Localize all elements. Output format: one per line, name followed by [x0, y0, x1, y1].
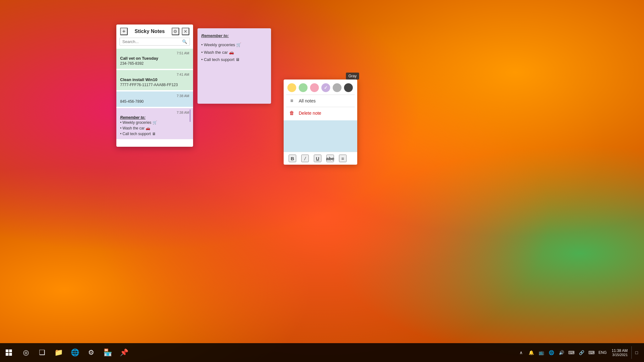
show-hidden-icons-button[interactable]: ∧: [517, 346, 525, 359]
open-note-content: Remember to: • Weekly groceries 🛒 • Wash…: [201, 32, 267, 63]
edge-button[interactable]: 🌐: [67, 343, 83, 362]
gray-tooltip: Gray: [346, 73, 359, 80]
keyboard-icon[interactable]: ⌨: [567, 346, 576, 359]
show-desktop-button[interactable]: □: [631, 346, 640, 359]
color-swatch-green[interactable]: [299, 83, 308, 92]
color-swatch-dark[interactable]: [344, 83, 353, 92]
underline-button[interactable]: U: [314, 155, 321, 162]
sticky-notes-panel: + Sticky Notes ⚙ ✕ 🔍 7:51 AM Call vet on…: [116, 25, 193, 147]
delete-icon: 🗑: [289, 110, 295, 116]
search-box[interactable]: 🔍: [119, 38, 190, 46]
note-time-4: 7:38 AM: [120, 111, 189, 114]
all-notes-icon: ≡: [289, 98, 295, 104]
settings-button[interactable]: ⚙: [172, 28, 179, 35]
delete-note-label: Delete note: [299, 111, 321, 116]
note-title-1: Call vet on Tuesday: [120, 56, 189, 61]
panel-header: + Sticky Notes ⚙ ✕: [116, 25, 193, 38]
close-panel-button[interactable]: ✕: [182, 28, 189, 35]
open-note-item-3: • Call tech support 🖥: [201, 56, 267, 63]
note-content-4: • Weekly groceries 🛒 • Wash the car 🚗 • …: [120, 120, 189, 137]
sticky-notes-taskbar-icon: 📌: [120, 348, 128, 357]
search-input[interactable]: [122, 39, 180, 44]
task-view-button[interactable]: ❑: [34, 343, 50, 362]
header-icons: ⚙ ✕: [172, 28, 189, 35]
color-swatch-yellow[interactable]: [287, 83, 296, 92]
search-icon: 🔍: [182, 39, 187, 44]
color-swatches: ✓: [284, 80, 357, 95]
note-content-1: 234-765-8392: [120, 61, 189, 66]
edge-icon: 🌐: [71, 348, 79, 357]
open-sticky-note[interactable]: Remember to: • Weekly groceries 🛒 • Wash…: [197, 28, 271, 104]
note-content-2: 7777-FFF76-11177-AAA88-FF123: [120, 82, 189, 88]
note-card-2[interactable]: 7:41 AM Clean install Win10 7777-FFF76-1…: [116, 70, 193, 90]
windows-logo-icon: [6, 349, 12, 356]
file-explorer-button[interactable]: 📁: [50, 343, 67, 362]
settings-taskbar-icon: ⚙: [88, 348, 94, 357]
panel-title: Sticky Notes: [135, 29, 165, 34]
italic-button[interactable]: /: [301, 155, 309, 162]
language-indicator[interactable]: ENG: [597, 350, 608, 355]
screen-icon[interactable]: 📺: [537, 346, 546, 359]
color-swatch-purple[interactable]: ✓: [321, 83, 330, 92]
color-swatch-gray[interactable]: [333, 83, 341, 92]
network-icon[interactable]: 🌐: [547, 346, 556, 359]
note-title-2: Clean install Win10: [120, 77, 189, 82]
volume-icon[interactable]: 🔊: [557, 346, 566, 359]
note-title-4: Remember to:: [120, 115, 189, 120]
search-taskbar-button[interactable]: ◎: [18, 343, 34, 362]
color-picker-popup: ✓ ≡ All notes 🗑 Delete note B / U abc ≡: [284, 80, 357, 165]
clock-time: 11:38 AM: [612, 348, 628, 353]
add-note-button[interactable]: +: [120, 28, 128, 35]
note-content-3: 845-456-7890: [120, 99, 189, 104]
selected-check-icon: ✓: [324, 85, 328, 90]
all-notes-menu-item[interactable]: ≡ All notes: [284, 95, 357, 107]
store-button[interactable]: 🏪: [99, 343, 116, 362]
format-toolbar: B / U abc ≡: [284, 152, 357, 165]
note-card-4[interactable]: 7:38 AM Remember to: • Weekly groceries …: [116, 108, 193, 139]
system-tray: ∧ 🔔 📺 🌐 🔊 ⌨ 🔗 ⌨ ENG 11:38 AM 3/15/2021 □: [517, 346, 644, 359]
open-note-item-1: • Weekly groceries 🛒: [201, 41, 267, 48]
settings-taskbar-button[interactable]: ⚙: [83, 343, 99, 362]
keyboard2-icon[interactable]: ⌨: [587, 346, 596, 359]
note-time-3: 7:38 AM: [120, 94, 189, 98]
list-button[interactable]: ≡: [339, 155, 347, 162]
file-explorer-icon: 📁: [54, 348, 63, 357]
blue-note-edit-area[interactable]: [284, 120, 357, 152]
desktop-background: [0, 0, 644, 362]
link-icon[interactable]: 🔗: [577, 346, 586, 359]
note-card-3[interactable]: 7:38 AM 845-456-7890: [116, 91, 193, 107]
note-time-1: 7:51 AM: [120, 51, 189, 55]
clock-date: 3/15/2021: [612, 353, 628, 357]
color-swatch-pink[interactable]: [310, 83, 319, 92]
start-button[interactable]: [0, 343, 18, 362]
search-taskbar-icon: ◎: [23, 348, 29, 357]
notifications-icon[interactable]: 🔔: [527, 346, 536, 359]
taskbar: ◎ ❑ 📁 🌐 ⚙ 🏪 📌 ∧ 🔔 📺 🌐 🔊 ⌨ 🔗 ⌨ ENG 11:38 …: [0, 343, 644, 362]
note-card-1[interactable]: 7:51 AM Call vet on Tuesday 234-765-8392: [116, 49, 193, 69]
open-note-heading: Remember to:: [201, 32, 267, 39]
sticky-notes-taskbar-button[interactable]: 📌: [116, 343, 132, 362]
store-icon: 🏪: [103, 348, 112, 357]
delete-note-menu-item[interactable]: 🗑 Delete note: [284, 107, 357, 119]
panel-footer: [116, 140, 193, 147]
bold-button[interactable]: B: [289, 155, 296, 162]
note-time-2: 7:41 AM: [120, 73, 189, 76]
task-view-icon: ❑: [39, 348, 45, 357]
strikethrough-button[interactable]: abc: [326, 155, 334, 162]
clock-display[interactable]: 11:38 AM 3/15/2021: [609, 348, 630, 357]
all-notes-label: All notes: [299, 98, 316, 103]
open-note-item-2: • Wash the car 🚗: [201, 49, 267, 56]
